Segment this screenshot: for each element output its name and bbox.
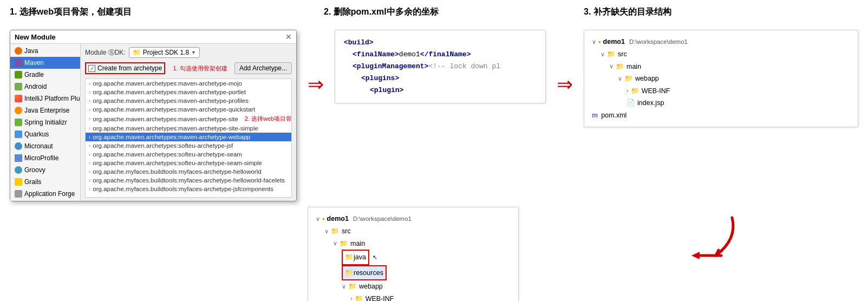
chevron-right-icon: › [89,116,90,122]
finalname-value: demo1 [399,50,420,58]
tag-finalname-open: <finalName> [353,50,399,58]
sidebar-item-intellij-label: IntelliJ Platform Plugin [24,95,81,102]
new-module-dialog: New Module ✕ Java Maven [10,30,297,201]
archetype-item-6[interactable]: › org.apache.maven.archetypes:maven-arch… [86,133,291,141]
sidebar-item-groovy-label: Groovy [24,166,45,174]
curved-arrow-container [689,207,743,261]
tree1-webinf-label: WEB-INF [642,85,670,97]
archetype-list-area: › org.apache.maven.archetypes:maven-arch… [85,78,292,198]
code-line-3: <pluginManagement><!-- lock down pl [344,61,537,73]
folder-icon-src: 📁 [607,48,616,61]
sidebar-item-micronaut[interactable]: Micronaut [10,140,80,152]
archetype-item-11[interactable]: › org.apache.myfaces.buildtools:myfaces-… [86,176,291,185]
module-type-sidebar: Java Maven Gradle Android [10,44,81,201]
chevron-down-icon: ∨ [342,282,346,292]
bottom-tree2: ∨ ▪ demo1 D:\workspace\demo1 ∨ 📁 src ∨ 📁… [308,207,519,301]
tree1-main: ∨ 📁 main [592,61,850,73]
tree1-project-name: demo1 [603,36,625,48]
java-icon [15,47,22,55]
bottom-arrow-spacer [530,207,562,234]
sidebar-item-intellij[interactable]: IntelliJ Platform Plugin [10,93,80,104]
groovy-icon [15,166,22,174]
chevron-down-icon: ∨ [618,74,622,84]
chevron-down-icon: ▼ [191,50,196,55]
sidebar-item-maven[interactable]: Maven [10,57,80,69]
archetype-item-7[interactable]: › org.apache.maven.archetypes:softeu-arc… [86,141,291,150]
top-content-row: New Module ✕ Java Maven [10,30,858,201]
cursor-icon: ↖ [373,252,377,263]
archetype-item-label-4: org.apache.maven.archetypes:maven-archet… [93,116,238,122]
tree2-webapp: ∨ 📁 webapp [316,280,511,293]
tree2-webapp-label: webapp [359,280,383,293]
chevron-right-icon: › [89,152,90,158]
archetype-item-2[interactable]: › org.apache.maven.archetypes:maven-arch… [86,96,291,105]
tree1-src-label: src [618,48,627,61]
sidebar-item-spring[interactable]: Spring Initializr [10,116,80,128]
create-from-archetype-checkbox[interactable]: ✓ Create from archetype [85,62,165,74]
folder-icon-src2: 📁 [331,225,340,238]
archetype-item-label-3: org.apache.maven.archetypes:maven-archet… [93,106,255,113]
code-box: <build> <finalName>demo1</finalName> <pl… [335,30,546,103]
sidebar-item-android[interactable]: Android [10,81,80,93]
archetype-item-12[interactable]: › org.apache.myfaces.buildtools:myfaces-… [86,185,291,193]
jenterprise-icon [15,107,22,114]
chevron-right-icon: › [89,178,90,184]
archetype-item-9[interactable]: › org.apache.maven.archetypes:softeu-arc… [86,159,291,167]
sidebar-item-java[interactable]: Java [10,45,80,57]
folder-icon-root: ▪ [598,36,601,48]
archetype-item-8[interactable]: › org.apache.maven.archetypes:softeu-arc… [86,150,291,159]
sidebar-item-maven-label: Maven [24,59,44,67]
sidebar-item-microprofile[interactable]: MicroProfile [10,152,80,164]
tag-build-open: <build> [344,38,374,47]
svg-marker-0 [691,252,700,259]
sidebar-item-jenterprise-label: Java Enterprise [24,107,69,114]
archetype-item-label-11: org.apache.myfaces.buildtools:myfaces-ar… [93,177,285,184]
tree2-webinf-label: WEB-INF [366,293,394,301]
archetype-item-10[interactable]: › org.apache.myfaces.buildtools:myfaces-… [86,167,291,176]
sidebar-item-gradle[interactable]: Gradle [10,69,80,81]
sidebar-item-jenterprise[interactable]: Java Enterprise [10,104,80,116]
archetype-item-5[interactable]: › org.apache.maven.archetypes:maven-arch… [86,124,291,133]
archetype-item-4[interactable]: › org.apache.maven.archetypes:maven-arch… [86,114,291,124]
archetype-item-1[interactable]: › org.apache.maven.archetypes:maven-arch… [86,88,291,96]
chevron-down-icon: ∨ [333,238,337,249]
tree1-webapp-label: webapp [635,73,659,85]
chevron-right-icon: › [89,98,90,104]
chevron-down-icon: ∨ [592,37,596,48]
archetype-item-0[interactable]: › org.apache.maven.archetypes:maven-arch… [86,79,291,88]
tag-plugins-open: <plugins> [361,74,399,82]
tree2-root: ∨ ▪ demo1 D:\workspace\demo1 [316,213,511,225]
curved-arrow-svg [689,212,743,261]
archetype-list: › org.apache.maven.archetypes:maven-arch… [85,78,292,198]
appforge-icon [15,190,22,198]
tree1-indexjsp: 📄 index.jsp [592,97,850,109]
sidebar-item-groovy[interactable]: Groovy [10,164,80,176]
sidebar-item-quarkus[interactable]: Quarkus [10,128,80,140]
resources-folder-highlighted: 📁 resources [342,265,387,281]
main-panel: Module ⓈDK: 📁 Project SDK 1.8 ▼ [81,44,296,201]
tree1-path: D:\workspace\demo1 [629,36,688,48]
tree2-main: ∨ 📁 main [316,238,511,250]
step3-title: 3. 补齐缺失的目录结构 [584,6,858,18]
archetype-item-3[interactable]: › org.apache.maven.archetypes:maven-arch… [86,105,291,114]
sidebar-item-grails[interactable]: Grails [10,176,80,188]
tree2-resources: 📁 resources [316,265,511,281]
archetype-item-label-7: org.apache.maven.archetypes:softeu-arche… [93,142,233,149]
sdk-dropdown[interactable]: 📁 Project SDK 1.8 ▼ [129,47,200,58]
add-archetype-button[interactable]: Add Archetype... [234,62,292,74]
sidebar-item-appforge[interactable]: Application Forge [10,188,80,200]
archetype-item-label-12: org.apache.myfaces.buildtools:myfaces-ar… [93,186,273,192]
archetype-item-label-10: org.apache.myfaces.buildtools:myfaces-ar… [93,168,261,175]
folder-icon-main2: 📁 [340,238,348,250]
close-icon[interactable]: ✕ [285,32,292,41]
sidebar-item-spring-label: Spring Initializr [24,119,67,126]
tag-plugin-open: <plugin> [370,86,403,94]
chevron-down-icon: ∨ [609,61,614,72]
microprofile-icon [15,154,22,162]
chevron-right-icon: › [350,293,353,301]
chevron-right-icon: › [89,169,90,175]
chevron-right-icon: › [89,107,90,113]
annotation1: 1. 勾选使用骨架创建 [173,64,227,73]
chevron-down-icon: ∨ [316,214,320,225]
archetype-item-label-2: org.apache.maven.archetypes:maven-archet… [93,97,249,104]
